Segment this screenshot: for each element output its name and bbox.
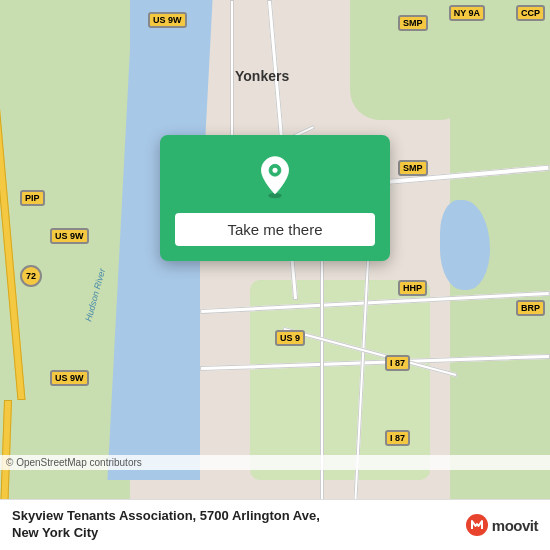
- badge-smp-top: SMP: [398, 15, 428, 31]
- badge-i87-1: I 87: [385, 355, 410, 371]
- map-attribution: © OpenStreetMap contributors: [0, 455, 550, 470]
- bottom-bar: Skyview Tenants Association, 5700 Arling…: [0, 499, 550, 550]
- badge-smp-mid: SMP: [398, 160, 428, 176]
- location-name: Skyview Tenants Association, 5700 Arling…: [12, 508, 466, 542]
- badge-ny9a: NY 9A: [449, 5, 485, 21]
- badge-brp: BRP: [516, 300, 545, 316]
- badge-us9: US 9: [275, 330, 305, 346]
- location-address: Skyview Tenants Association, 5700 Arling…: [12, 508, 320, 523]
- moovit-m-icon: [470, 518, 484, 532]
- location-pin-icon: [253, 155, 297, 199]
- badge-ccp: CCP: [516, 5, 545, 21]
- badge-us9w-mid: US 9W: [50, 228, 89, 244]
- badge-us9w-bot: US 9W: [50, 370, 89, 386]
- badge-pip: PIP: [20, 190, 45, 206]
- moovit-brand-text: moovit: [492, 517, 538, 534]
- moovit-icon: [466, 514, 488, 536]
- action-card: Take me there: [160, 135, 390, 261]
- location-info: Skyview Tenants Association, 5700 Arling…: [12, 508, 466, 542]
- badge-us9w-top: US 9W: [148, 12, 187, 28]
- take-me-there-button[interactable]: Take me there: [175, 213, 375, 246]
- badge-i87-2: I 87: [385, 430, 410, 446]
- city-label: Yonkers: [235, 68, 289, 84]
- moovit-logo: moovit: [466, 514, 538, 536]
- badge-72: 72: [20, 265, 42, 287]
- openstreetmap-credit: © OpenStreetMap contributors: [6, 457, 142, 468]
- map-container: Yonkers Hudson River US 9W US 9W US 9W U…: [0, 0, 550, 550]
- location-city: New York City: [12, 525, 98, 540]
- svg-point-2: [272, 168, 277, 173]
- badge-hhp: HHP: [398, 280, 427, 296]
